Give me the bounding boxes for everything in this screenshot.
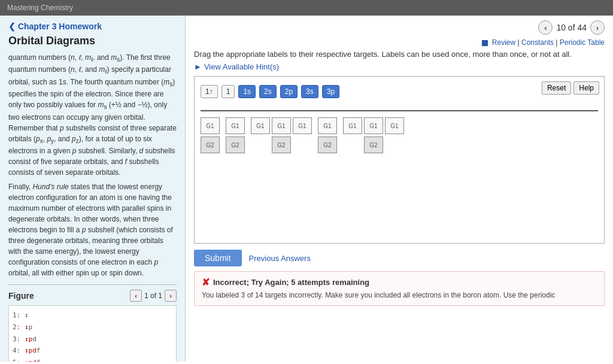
orbital-boxes-4-bottom: G2 [318, 136, 337, 153]
drag-area-buttons: Reset Help [542, 81, 599, 95]
instructions: Drag the appropriate labels to their res… [194, 49, 605, 60]
feedback-status: Incorrect; Try Again; 5 attempts remaini… [213, 278, 369, 287]
figure-prev-btn[interactable]: ‹ [130, 290, 142, 302]
left-content: quantum numbers (n, ℓ, mℓ, and ms). The … [8, 52, 177, 278]
label-chip-up-arrow[interactable]: 1↑ [201, 85, 218, 98]
submit-button[interactable]: Submit [194, 250, 242, 266]
paragraph-1: quantum numbers (n, ℓ, mℓ, and ms). The … [8, 52, 177, 178]
right-panel: ‹ 10 of 44 › Review | Constants | Period… [186, 16, 613, 362]
orbital-box-g1-5a[interactable]: G1 [343, 117, 362, 134]
figure-title: Figure [8, 291, 34, 301]
main-container: Chapter 3 Homework Orbital Diagrams quan… [0, 16, 613, 362]
labels-row: 1↑ 1 1s 2s 2p 3s 3p [201, 83, 598, 98]
orbital-boxes-2-bottom: G2 [226, 136, 245, 153]
orbital-box-g1-5c[interactable]: G1 [385, 117, 404, 134]
hint-link-text: View Available Hint(s) [204, 62, 279, 71]
orbital-box-g1-3c[interactable]: G1 [293, 117, 312, 134]
figure-header: Figure ‹ 1 of 1 › [8, 290, 177, 302]
hint-arrow-icon: ► [194, 62, 202, 71]
right-header: ‹ 10 of 44 › [194, 20, 605, 35]
label-chip-3s[interactable]: 3s [301, 85, 318, 98]
feedback-box: ✘ Incorrect; Try Again; 5 attempts remai… [194, 271, 605, 306]
help-button[interactable]: Help [573, 81, 599, 95]
figure-line-4: 4: ↕pdf [13, 345, 172, 357]
submit-area: Submit Previous Answers [194, 250, 605, 266]
constants-link[interactable]: Constants [521, 38, 554, 47]
orbital-box-g2-2[interactable]: G2 [226, 136, 245, 153]
page-counter: ‹ 10 of 44 › [538, 20, 605, 35]
figure-line-3: 3: ↕pd [13, 333, 172, 345]
orbital-group-5: G1 G1 G1 G2 [343, 117, 404, 153]
orbital-row-main: G1 G2 G1 G2 [201, 117, 598, 153]
page-title: Orbital Diagrams [8, 35, 177, 47]
page-prev-btn[interactable]: ‹ [538, 20, 553, 35]
figure-line-5: 5: ↕pdf [13, 357, 172, 362]
orbital-box-g2-5[interactable]: G2 [364, 136, 383, 153]
figure-line-2: 2: ↕p [13, 321, 172, 333]
orbital-group-2: G1 G2 [226, 117, 245, 153]
orbital-box-g2-3[interactable]: G2 [272, 136, 291, 153]
orbital-box-g1-4[interactable]: G1 [318, 117, 337, 134]
feedback-detail: You labeled 3 of 14 targets incorrectly.… [202, 290, 597, 301]
orbital-box-g1-5b[interactable]: G1 [364, 117, 383, 134]
app-title: Mastering Chemistry [7, 4, 73, 12]
label-chip-1s[interactable]: 1s [238, 85, 256, 98]
reset-button[interactable]: Reset [542, 81, 571, 95]
paragraph-2: Finally, Hund's rule states that the low… [8, 181, 177, 278]
figure-nav: ‹ 1 of 1 › [130, 290, 177, 302]
page-next-btn[interactable]: › [590, 20, 605, 35]
figure-line-1: 1: ↕ [13, 310, 172, 321]
orbital-box-g1-3b[interactable]: G1 [272, 117, 291, 134]
orbital-boxes-2-top: G1 [226, 117, 245, 134]
label-chip-2p[interactable]: 2p [280, 85, 298, 98]
hint-link[interactable]: ► View Available Hint(s) [194, 62, 605, 71]
figure-lines: 1: ↕ 2: ↕p 3: ↕pd 4: ↕pdf 5: ↕pdf 6: ↕pd… [13, 310, 172, 362]
orbital-boxes-1-bottom: G2 [201, 136, 220, 153]
orbital-boxes-5-bottom: G2 [364, 136, 383, 153]
left-panel: Chapter 3 Homework Orbital Diagrams quan… [0, 16, 186, 362]
resources-bar: Review | Constants | Periodic Table [194, 38, 605, 47]
resources-icon [482, 40, 488, 46]
orbital-boxes-3-bottom: G2 [272, 136, 291, 153]
periodic-table-link[interactable]: Periodic Table [560, 38, 605, 47]
feedback-header: ✘ Incorrect; Try Again; 5 attempts remai… [202, 277, 597, 288]
orbital-boxes-5-top: G1 G1 G1 [343, 117, 404, 134]
orbital-boxes-3-top: G1 G1 G1 [251, 117, 312, 134]
label-chip-3p[interactable]: 3p [322, 85, 339, 98]
orbital-boxes-4-top: G1 [318, 117, 337, 134]
review-link[interactable]: Review [492, 38, 515, 47]
orbital-boxes-1-top: G1 [201, 117, 220, 134]
chapter-link[interactable]: Chapter 3 Homework [8, 22, 102, 31]
orbital-box-g2-1[interactable]: G2 [201, 136, 220, 153]
figure-section: Figure ‹ 1 of 1 › 1: ↕ 2: ↕p 3: ↕pd 4: ↕… [8, 284, 177, 362]
orbital-box-g1-1[interactable]: G1 [201, 117, 220, 134]
top-nav: Mastering Chemistry [0, 0, 613, 16]
orbital-box-g1-2[interactable]: G1 [226, 117, 245, 134]
incorrect-icon: ✘ [202, 277, 210, 288]
figure-image: 1: ↕ 2: ↕p 3: ↕pd 4: ↕pdf 5: ↕pdf 6: ↕pd… [8, 305, 177, 362]
orbital-diagram: G1 G2 G1 G2 [201, 110, 598, 153]
page-counter-text: 10 of 44 [556, 23, 587, 32]
orbital-group-3: G1 G1 G1 G2 [251, 117, 312, 153]
label-chip-2s[interactable]: 2s [259, 85, 277, 98]
drag-area: Reset Help 1↑ 1 1s 2s 2p 3s 3p G1 [194, 76, 605, 244]
orbital-box-g1-3a[interactable]: G1 [251, 117, 270, 134]
figure-page: 1 of 1 [144, 292, 162, 300]
orbital-group-4: G1 G2 [318, 117, 337, 153]
orbital-group-1: G1 G2 [201, 117, 220, 153]
previous-answers-link[interactable]: Previous Answers [249, 254, 311, 263]
label-chip-1[interactable]: 1 [221, 85, 235, 98]
figure-next-btn[interactable]: › [165, 290, 177, 302]
orbital-box-g2-4[interactable]: G2 [318, 136, 337, 153]
